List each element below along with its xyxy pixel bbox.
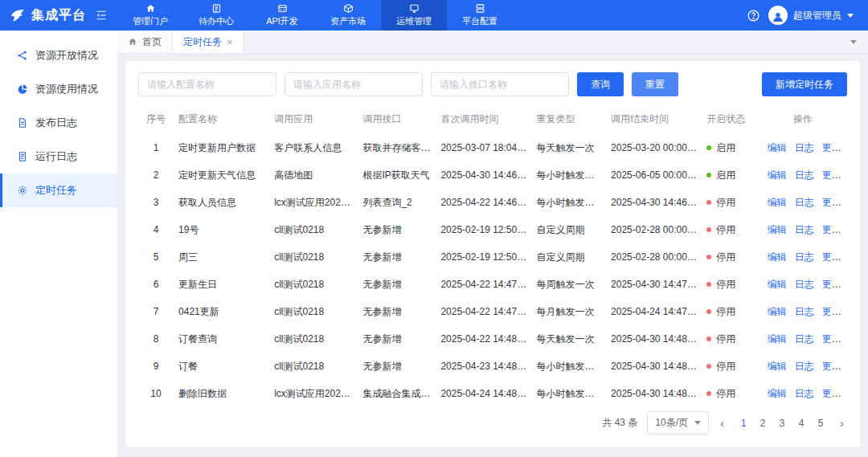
page-number-3[interactable]: 3 bbox=[774, 416, 790, 430]
tab-label: 定时任务 bbox=[183, 35, 222, 49]
status-cell: 停用 bbox=[702, 325, 759, 353]
first-call-time: 2025-02-19 12:50:55 bbox=[436, 216, 531, 243]
nav-item-label: 资产市场 bbox=[330, 15, 366, 27]
app-name-input[interactable] bbox=[285, 72, 423, 96]
calling-app: cll测试0218 bbox=[269, 325, 358, 353]
username: 超级管理员 bbox=[793, 9, 841, 22]
edit-link[interactable]: 编辑 bbox=[768, 224, 787, 235]
scheduled-tasks-panel: 查询 重置 新增定时任务 序号配置名称调用应用调用接口首次调用时间重复类型调用结… bbox=[125, 61, 860, 447]
query-button[interactable]: 查询 bbox=[577, 72, 624, 96]
more-link[interactable]: 更多 bbox=[822, 169, 847, 181]
status-dot-icon bbox=[706, 364, 711, 369]
log-link[interactable]: 日志 bbox=[795, 388, 814, 399]
close-icon[interactable]: × bbox=[227, 37, 233, 47]
edit-link[interactable]: 编辑 bbox=[768, 306, 787, 317]
doc2-icon bbox=[17, 151, 28, 162]
log-link[interactable]: 日志 bbox=[795, 279, 814, 290]
calling-api: 无参新增 bbox=[358, 216, 436, 243]
more-link-label: 更多 bbox=[822, 169, 841, 181]
sidebar-item-resource-usage[interactable]: 资源使用情况 bbox=[0, 72, 117, 106]
chevron-down-icon bbox=[844, 202, 847, 205]
status-badge: 停用 bbox=[716, 333, 735, 345]
edit-link[interactable]: 编辑 bbox=[768, 197, 787, 208]
edit-link[interactable]: 编辑 bbox=[768, 251, 787, 263]
more-link-label: 更多 bbox=[822, 251, 841, 263]
sidebar-item-resource-open[interactable]: 资源开放情况 bbox=[0, 39, 117, 72]
edit-link[interactable]: 编辑 bbox=[768, 388, 787, 399]
chevron-down-icon bbox=[850, 40, 857, 44]
help-icon[interactable] bbox=[747, 9, 760, 22]
page-number-5[interactable]: 5 bbox=[813, 416, 829, 430]
prev-page-button[interactable]: ‹ bbox=[719, 417, 726, 429]
log-link[interactable]: 日志 bbox=[795, 197, 814, 208]
more-link[interactable]: 更多 bbox=[822, 361, 847, 372]
nav-item-label: 管理门户 bbox=[133, 15, 168, 27]
sidebar-item-run-log[interactable]: 运行日志 bbox=[0, 140, 117, 173]
sidebar-item-scheduled-tasks[interactable]: 定时任务 bbox=[0, 173, 117, 207]
log-link[interactable]: 日志 bbox=[795, 224, 814, 235]
edit-link[interactable]: 编辑 bbox=[768, 333, 787, 345]
status-dot-icon bbox=[706, 391, 711, 396]
edit-link[interactable]: 编辑 bbox=[768, 361, 787, 372]
more-link[interactable]: 更多 bbox=[822, 251, 847, 263]
status-dot-icon bbox=[706, 145, 711, 150]
status-dot-icon bbox=[706, 200, 711, 205]
tab-home[interactable]: 首页 bbox=[117, 31, 173, 53]
log-link[interactable]: 日志 bbox=[795, 169, 814, 181]
nav-item-market[interactable]: 资产市场 bbox=[315, 0, 381, 31]
page-number-2[interactable]: 2 bbox=[755, 416, 771, 430]
page-number-1[interactable]: 1 bbox=[735, 416, 751, 430]
sidebar-item-label: 资源开放情况 bbox=[35, 48, 98, 63]
log-link[interactable]: 日志 bbox=[795, 361, 814, 372]
add-task-button[interactable]: 新增定时任务 bbox=[762, 72, 847, 96]
more-link[interactable]: 更多 bbox=[822, 388, 847, 399]
more-link[interactable]: 更多 bbox=[822, 306, 847, 317]
edit-link[interactable]: 编辑 bbox=[768, 142, 787, 153]
column-header: 调用应用 bbox=[269, 104, 358, 134]
sidebar-item-publish-log[interactable]: 发布日志 bbox=[0, 106, 117, 140]
more-link[interactable]: 更多 bbox=[822, 197, 847, 208]
page-size-select[interactable]: 10条/页 bbox=[647, 411, 709, 435]
edit-link[interactable]: 编辑 bbox=[768, 169, 787, 181]
more-link[interactable]: 更多 bbox=[822, 333, 847, 345]
total-count: 共 43 条 bbox=[602, 416, 637, 430]
next-page-button[interactable]: › bbox=[838, 417, 845, 429]
nav-item-config[interactable]: 平台配置 bbox=[447, 0, 513, 31]
collapse-menu-icon[interactable] bbox=[95, 9, 108, 22]
sidebar-item-label: 发布日志 bbox=[35, 116, 77, 130]
column-header: 操作 bbox=[759, 104, 847, 134]
nav-item-portal[interactable]: 管理门户 bbox=[117, 0, 183, 31]
config-name-input[interactable] bbox=[138, 72, 276, 96]
portal-icon bbox=[145, 3, 156, 14]
api-name-input[interactable] bbox=[431, 72, 569, 96]
first-call-time: 2025-02-19 12:50:21 bbox=[436, 243, 531, 271]
log-link[interactable]: 日志 bbox=[795, 306, 814, 317]
user-menu[interactable]: 超级管理员 bbox=[768, 6, 854, 25]
tab-scheduled-tasks[interactable]: 定时任务× bbox=[173, 31, 244, 53]
page-number-4[interactable]: 4 bbox=[793, 416, 809, 430]
config-name: 周三 bbox=[174, 243, 269, 271]
actions-cell: 编辑日志更多 bbox=[759, 134, 847, 161]
nav-item-label: 平台配置 bbox=[462, 15, 497, 27]
edit-link[interactable]: 编辑 bbox=[768, 279, 787, 290]
tab-list-dropdown[interactable] bbox=[839, 31, 868, 53]
first-call-time: 2025-03-07 18:04:29 bbox=[436, 134, 531, 161]
nav-item-label: 待办中心 bbox=[199, 15, 234, 27]
nav-item-ops[interactable]: 运维管理 bbox=[381, 0, 447, 31]
log-link[interactable]: 日志 bbox=[795, 251, 814, 263]
more-link[interactable]: 更多 bbox=[822, 279, 847, 290]
more-link[interactable]: 更多 bbox=[822, 142, 847, 153]
row-index: 4 bbox=[138, 216, 174, 243]
calling-app: cll测试0218 bbox=[269, 298, 358, 325]
log-link[interactable]: 日志 bbox=[795, 333, 814, 345]
nav-item-todo[interactable]: 待办中心 bbox=[183, 0, 249, 31]
table-row: 10删除旧数据lcx测试应用20250214集成融合集成平台-数...2025-… bbox=[138, 380, 847, 407]
calling-app: 客户联系人信息 bbox=[269, 134, 358, 161]
nav-item-api[interactable]: API开发 bbox=[249, 0, 315, 31]
chevron-down-icon bbox=[844, 147, 847, 150]
more-link[interactable]: 更多 bbox=[822, 224, 847, 235]
log-link[interactable]: 日志 bbox=[795, 142, 814, 153]
todo-icon bbox=[211, 3, 222, 14]
status-badge: 停用 bbox=[716, 251, 735, 263]
reset-button[interactable]: 重置 bbox=[632, 72, 678, 96]
